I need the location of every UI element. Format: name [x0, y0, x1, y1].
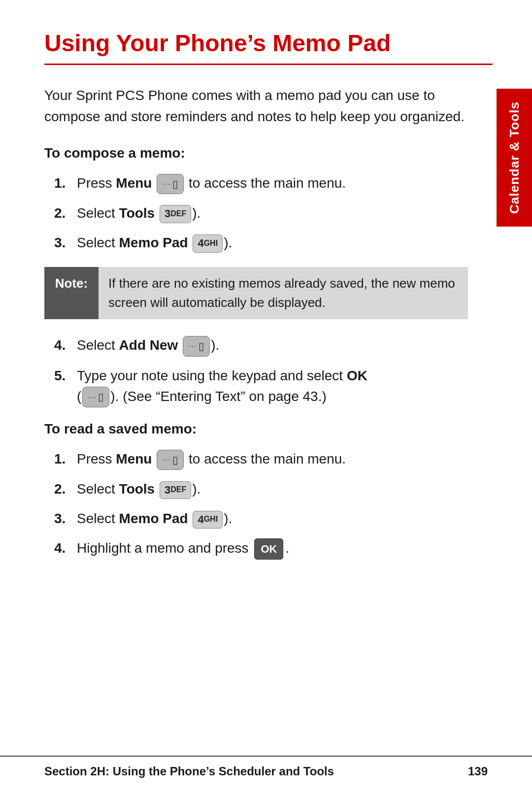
step-content-5: Type your note using the keypad and sele… — [77, 366, 468, 407]
read-step-num-2: 2. — [54, 479, 77, 499]
menu-key-2: ···▯ — [157, 450, 184, 470]
footer: Section 2H: Using the Phone’s Scheduler … — [0, 756, 532, 778]
page-content: Calendar & Tools Using Your Phone’s Memo… — [0, 0, 532, 798]
compose-steps-cont-list: 4. Select Add New ···▯ ). 5. Type your n… — [54, 335, 493, 407]
memopad-key-2: 4GHI — [193, 511, 223, 529]
intro-paragraph: Your Sprint PCS Phone comes with a memo … — [44, 85, 468, 128]
addnew-key: ···▯ — [183, 336, 210, 357]
menu-key-1: ···▯ — [157, 174, 184, 195]
ok-key-2: OK — [254, 538, 283, 560]
read-step-2: 2. Select Tools 3DEF). — [54, 479, 468, 499]
step-content-1: Press Menu ···▯ to access the main menu. — [77, 173, 468, 194]
read-step-1: 1. Press Menu ···▯ to access the main me… — [54, 449, 468, 470]
step-content-4: Select Add New ···▯ ). — [77, 335, 468, 356]
note-label: Note: — [44, 267, 99, 319]
tools-key-2: 3DEF — [160, 481, 191, 499]
menu-bold-1: Menu — [116, 175, 152, 191]
step-num-1: 1. — [54, 173, 77, 194]
read-step-3: 3. Select Memo Pad 4GHI). — [54, 508, 468, 529]
read-step-num-4: 4. — [54, 538, 77, 559]
compose-step-3: 3. Select Memo Pad 4GHI). — [54, 233, 468, 253]
compose-step-1: 1. Press Menu ···▯ to access the main me… — [54, 173, 468, 194]
compose-step-2: 2. Select Tools 3DEF). — [54, 203, 468, 224]
memopad-key-1: 4GHI — [193, 234, 223, 253]
note-box: Note: If there are no existing memos alr… — [44, 267, 468, 319]
read-heading: To read a saved memo: — [44, 421, 493, 437]
page-title: Using Your Phone’s Memo Pad — [44, 30, 493, 65]
footer-left: Section 2H: Using the Phone’s Scheduler … — [44, 765, 334, 778]
read-step-content-2: Select Tools 3DEF). — [77, 479, 468, 499]
tools-bold-1: Tools — [119, 205, 155, 221]
step-num-3: 3. — [54, 233, 77, 253]
side-tab-label: Calendar & Tools — [507, 101, 522, 214]
compose-step-4: 4. Select Add New ···▯ ). — [54, 335, 468, 356]
read-step-4: 4. Highlight a memo and press OK. — [54, 538, 468, 560]
step-content-2: Select Tools 3DEF). — [77, 203, 468, 224]
addnew-bold: Add New — [119, 337, 178, 353]
compose-step-5: 5. Type your note using the keypad and s… — [54, 366, 468, 407]
tools-key-1: 3DEF — [160, 205, 191, 223]
read-step-num-3: 3. — [54, 508, 77, 529]
read-step-content-3: Select Memo Pad 4GHI). — [77, 508, 468, 529]
step-num-5: 5. — [54, 366, 77, 386]
side-tab: Calendar & Tools — [497, 89, 532, 227]
footer-page: 139 — [468, 765, 488, 778]
step-content-3: Select Memo Pad 4GHI). — [77, 233, 468, 253]
compose-steps-list: 1. Press Menu ···▯ to access the main me… — [54, 173, 493, 253]
step-num-2: 2. — [54, 203, 77, 224]
tools-bold-2: Tools — [119, 481, 155, 497]
memopad-bold-2: Memo Pad — [119, 511, 188, 526]
ok-key-1: ···▯ — [82, 387, 109, 407]
note-text: If there are no existing memos already s… — [99, 267, 468, 319]
read-steps-list: 1. Press Menu ···▯ to access the main me… — [54, 449, 493, 560]
read-step-content-1: Press Menu ···▯ to access the main menu. — [77, 449, 468, 470]
ok-bold-1: OK — [347, 368, 367, 383]
compose-heading: To compose a memo: — [44, 145, 493, 161]
menu-bold-2: Menu — [116, 451, 152, 466]
read-step-content-4: Highlight a memo and press OK. — [77, 538, 468, 560]
step-num-4: 4. — [54, 335, 77, 356]
read-step-num-1: 1. — [54, 449, 77, 469]
memopad-bold-1: Memo Pad — [119, 235, 188, 250]
